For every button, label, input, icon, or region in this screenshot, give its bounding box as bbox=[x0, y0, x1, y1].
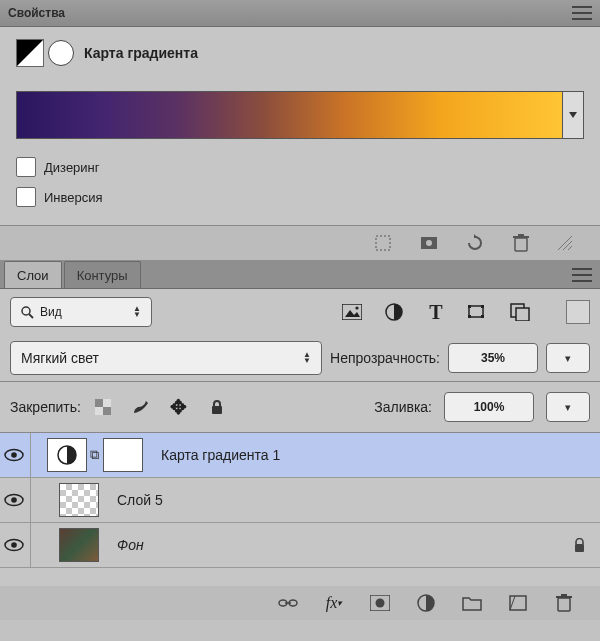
lock-all-icon[interactable] bbox=[207, 397, 227, 417]
layer-thumb[interactable] bbox=[47, 438, 87, 472]
opacity-value: 35% bbox=[481, 351, 505, 365]
dither-label: Дизеринг bbox=[44, 160, 100, 175]
filter-adjustment-icon[interactable] bbox=[384, 302, 404, 322]
svg-line-12 bbox=[29, 314, 33, 318]
svg-marker-4 bbox=[474, 234, 478, 238]
delete-layer-icon[interactable] bbox=[554, 593, 574, 613]
visibility-toggle[interactable] bbox=[4, 493, 30, 507]
lock-transparency-icon[interactable] bbox=[93, 397, 113, 417]
filter-smart-icon[interactable] bbox=[510, 302, 530, 322]
layer-row[interactable]: Слой 5 bbox=[0, 478, 600, 523]
link-layers-icon[interactable] bbox=[278, 593, 298, 613]
svg-rect-21 bbox=[481, 315, 484, 318]
svg-point-3 bbox=[426, 240, 432, 246]
reset-icon[interactable] bbox=[466, 234, 484, 252]
svg-point-39 bbox=[376, 599, 385, 608]
svg-point-11 bbox=[22, 307, 30, 315]
layer-mask-thumb[interactable] bbox=[103, 438, 143, 472]
svg-rect-6 bbox=[513, 236, 529, 238]
lock-paint-icon[interactable] bbox=[131, 397, 151, 417]
properties-footer bbox=[0, 225, 600, 260]
link-icon[interactable]: ⧉ bbox=[87, 447, 101, 463]
svg-rect-28 bbox=[95, 407, 103, 415]
new-group-icon[interactable] bbox=[462, 593, 482, 613]
svg-rect-44 bbox=[561, 594, 567, 596]
svg-point-31 bbox=[11, 452, 17, 458]
fx-icon[interactable]: fx▾ bbox=[324, 593, 344, 613]
svg-rect-37 bbox=[575, 544, 584, 552]
properties-header: Свойства bbox=[0, 0, 600, 27]
svg-rect-42 bbox=[558, 598, 570, 611]
svg-rect-23 bbox=[516, 308, 529, 321]
invert-checkbox[interactable] bbox=[16, 187, 36, 207]
opacity-label: Непрозрачность: bbox=[330, 350, 440, 366]
opacity-slider-button[interactable]: ▾ bbox=[546, 343, 590, 373]
filter-shape-icon[interactable] bbox=[468, 302, 488, 322]
svg-rect-25 bbox=[95, 399, 103, 407]
layer-thumb[interactable] bbox=[59, 528, 99, 562]
fill-value: 100% bbox=[474, 400, 505, 414]
add-mask-icon[interactable] bbox=[370, 593, 390, 613]
blend-mode-value: Мягкий свет bbox=[21, 350, 99, 366]
filter-image-icon[interactable] bbox=[342, 302, 362, 322]
layer-name[interactable]: Карта градиента 1 bbox=[161, 447, 280, 463]
svg-line-9 bbox=[563, 241, 572, 250]
new-adjustment-icon[interactable] bbox=[416, 593, 436, 613]
visibility-toggle[interactable] bbox=[4, 448, 30, 462]
svg-rect-7 bbox=[518, 234, 524, 236]
tab-paths[interactable]: Контуры bbox=[64, 261, 141, 288]
svg-marker-0 bbox=[569, 112, 577, 118]
tab-layers[interactable]: Слои bbox=[4, 261, 62, 288]
svg-rect-29 bbox=[212, 406, 222, 414]
layers-menu-icon[interactable] bbox=[572, 268, 592, 282]
svg-rect-27 bbox=[103, 399, 111, 407]
blend-mode-dropdown[interactable]: Мягкий свет ▲▼ bbox=[10, 341, 322, 375]
view-previous-icon[interactable] bbox=[420, 234, 438, 252]
layer-list: ⧉Карта градиента 1Слой 5Фон bbox=[0, 433, 600, 568]
trash-icon[interactable] bbox=[512, 234, 530, 252]
lock-position-icon[interactable]: ✥ bbox=[169, 397, 189, 417]
adjustment-title: Карта градиента bbox=[84, 45, 198, 61]
fill-slider-button[interactable]: ▾ bbox=[546, 392, 590, 422]
fill-value-field[interactable]: 100% bbox=[444, 392, 534, 422]
svg-rect-18 bbox=[468, 305, 471, 308]
clip-icon[interactable] bbox=[374, 234, 392, 252]
search-icon bbox=[21, 306, 34, 319]
properties-title: Свойства bbox=[8, 6, 65, 20]
svg-point-34 bbox=[11, 497, 17, 503]
layer-filter-label: Вид bbox=[40, 305, 62, 319]
svg-rect-1 bbox=[376, 236, 390, 250]
svg-marker-14 bbox=[345, 310, 360, 317]
dither-checkbox[interactable] bbox=[16, 157, 36, 177]
visibility-toggle[interactable] bbox=[4, 538, 30, 552]
gradient-picker-button[interactable] bbox=[563, 91, 584, 139]
lock-label: Закрепить: bbox=[10, 399, 81, 415]
new-layer-icon[interactable] bbox=[508, 593, 528, 613]
filter-toggle-switch[interactable] bbox=[566, 300, 590, 324]
svg-rect-26 bbox=[103, 407, 111, 415]
svg-rect-5 bbox=[515, 238, 527, 251]
gradient-preview[interactable] bbox=[16, 91, 563, 139]
opacity-value-field[interactable]: 35% bbox=[448, 343, 538, 373]
layer-thumb[interactable] bbox=[59, 483, 99, 517]
filter-text-icon[interactable]: T bbox=[426, 302, 446, 322]
invert-label: Инверсия bbox=[44, 190, 103, 205]
svg-rect-19 bbox=[481, 305, 484, 308]
svg-line-10 bbox=[568, 246, 572, 250]
layer-name[interactable]: Слой 5 bbox=[117, 492, 163, 508]
fill-label: Заливка: bbox=[374, 399, 432, 415]
layer-name[interactable]: Фон bbox=[117, 537, 144, 553]
layer-row[interactable]: Фон bbox=[0, 523, 600, 568]
svg-point-15 bbox=[355, 306, 358, 309]
layer-row[interactable]: ⧉Карта градиента 1 bbox=[0, 433, 600, 478]
properties-menu-icon[interactable] bbox=[572, 6, 592, 20]
resize-grip-icon[interactable] bbox=[558, 234, 572, 252]
layers-bottom-bar: fx▾ bbox=[0, 586, 600, 620]
svg-point-36 bbox=[11, 542, 17, 548]
properties-body: Карта градиента Дизеринг Инверсия bbox=[0, 27, 600, 225]
adjustment-type-icon bbox=[16, 39, 74, 67]
svg-rect-13 bbox=[342, 304, 362, 320]
svg-rect-20 bbox=[468, 315, 471, 318]
layer-filter-dropdown[interactable]: Вид ▲▼ bbox=[10, 297, 152, 327]
svg-rect-43 bbox=[556, 596, 572, 598]
